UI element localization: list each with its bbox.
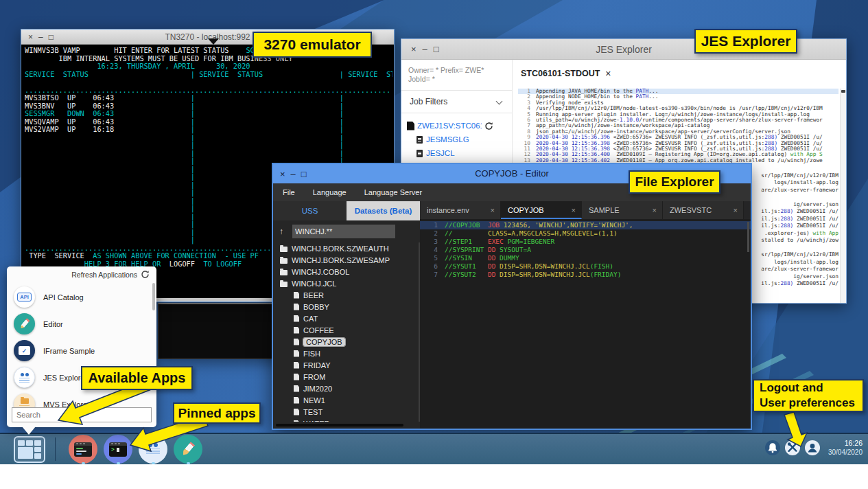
text-line: sr/lpp/IBM/cnj/v12r0/IBM <box>761 172 838 180</box>
editor-tab-instance-env[interactable]: instance.env× <box>420 201 501 219</box>
tree-folder-winchj-bork-szwesamp[interactable]: WINCHJ.BORK.SZWESAMP <box>273 254 418 266</box>
tree-label: JIM2020 <box>303 385 332 393</box>
tree-member-jim2020[interactable]: JIM2020 <box>273 383 418 394</box>
job-log-output-tail: sr/lpp/IBM/cnj/v12r0/IBMlogs/install-app… <box>761 165 838 288</box>
menu-scrollbar-thumb[interactable] <box>152 283 155 310</box>
code-editor[interactable]: 1//COPYJOB JOB 123456, 'WINCHJ',NOTIFY='… <box>420 219 751 429</box>
close-button[interactable]: × <box>411 45 417 54</box>
app-item-label: IFrame Sample <box>43 347 95 355</box>
menu-item-language-server[interactable]: Language Server <box>364 188 422 196</box>
notification-bell-icon[interactable] <box>764 440 781 456</box>
tree-horizontal-scrollbar[interactable] <box>276 424 403 427</box>
screen-menu-caret-icon[interactable] <box>208 38 219 45</box>
tree-member-water[interactable]: WATER <box>273 418 418 422</box>
job-node[interactable]: ZWEJ1SV:STC06101 <box>407 119 509 133</box>
editor-tab-copyjob[interactable]: COPYJOB× <box>501 201 582 219</box>
dataset-filter-input[interactable] <box>292 225 395 238</box>
start-button[interactable] <box>14 436 45 463</box>
tree-member-beer[interactable]: BEER <box>273 289 418 301</box>
sidebar-tab-uss[interactable]: USS <box>273 201 347 220</box>
pencil-icon <box>19 318 30 330</box>
code-scrollbar[interactable] <box>747 222 749 252</box>
menu-item-file[interactable]: File <box>283 188 295 196</box>
annotation-3270-emulator: 3270 emulator <box>253 32 372 58</box>
tree-label: WINCHJ.BORK.SZWESAMP <box>292 256 390 264</box>
tree-member-from[interactable]: FROM <box>273 371 418 383</box>
dataset-tree: WINCHJ.BORK.SZWEAUTHWINCHJ.BORK.SZWESAMP… <box>273 242 418 422</box>
app-search <box>12 407 152 422</box>
refresh-applications[interactable]: Refresh Applications <box>71 270 150 279</box>
editor-tab-zwesvstc[interactable]: ZWESVSTC× <box>663 201 744 219</box>
file-icon <box>294 420 299 422</box>
tree-folder-winchj-cobol[interactable]: WINCHJ.COBOL <box>273 266 418 277</box>
close-button[interactable]: × <box>280 170 285 179</box>
annotation-file-explorer: File Explorer <box>629 170 720 194</box>
annotation-logout-line2: User preferences <box>760 396 863 411</box>
annotation-logout: Logout and User preferences <box>753 379 864 412</box>
spool-file-jesjcl[interactable]: JESJCL <box>407 146 509 160</box>
text-line: SERVICE STATUS | SERVICE STATUS | SERVIC… <box>25 71 392 79</box>
log-scrollbar[interactable] <box>840 89 846 303</box>
tab-close-icon[interactable]: × <box>572 201 576 219</box>
sidebar-tab-datasets-beta[interactable]: Datasets (Beta) <box>347 201 420 220</box>
window-check-icon: ✓ <box>19 346 30 355</box>
editor-window: × – □ COPYJOB - Editor FileLanguageLangu… <box>272 163 752 430</box>
tab-close-icon[interactable]: × <box>653 201 657 219</box>
job-filters-dropdown[interactable]: Job Filters <box>401 90 512 113</box>
refresh-icon[interactable] <box>484 122 493 130</box>
spool-tab[interactable]: STC06101-STDOUT × <box>521 68 611 79</box>
tree-folder-winchj-bork-szweauth[interactable]: WINCHJ.BORK.SZWEAUTH <box>273 242 418 254</box>
editor-sidebar: USSDatasets (Beta) ↑ WINCHJ.BORK.SZWEAUT… <box>273 201 420 429</box>
menu-item-language[interactable]: Language <box>313 188 347 196</box>
settings-tools-icon[interactable] <box>784 440 801 456</box>
maximize-button[interactable]: □ <box>434 45 439 54</box>
tab-close-icon[interactable]: × <box>734 201 738 219</box>
refresh-applications-label: Refresh Applications <box>71 271 137 279</box>
job-name: ZWEJ1SV:STC06101 <box>417 122 482 130</box>
tree-label: WINCHJ.COBOL <box>292 268 349 276</box>
minimize-button[interactable]: – <box>423 45 427 54</box>
spool-tab-label: STC06101-STDOUT <box>521 69 600 78</box>
editor-tab-sample[interactable]: SAMPLE× <box>582 201 663 219</box>
app-launcher-menu: Refresh Applications APIAPI CatalogEdito… <box>7 266 156 427</box>
app-item-editor[interactable]: Editor <box>7 310 152 337</box>
tree-folder-winchj-jcl[interactable]: WINCHJ.JCL <box>273 277 418 289</box>
tree-member-copyjob[interactable]: COPYJOB <box>273 336 418 348</box>
tab-close-icon[interactable]: × <box>605 68 611 79</box>
spool-file-jesmsglg[interactable]: JESMSGLG <box>407 133 509 146</box>
text-line: ig/server.json <box>761 201 838 209</box>
jes-filter-summary: Owner= * Prefix= ZWE* JobId= * <box>408 66 506 84</box>
jes-title: JES Explorer <box>596 44 652 55</box>
tree-member-bobby[interactable]: BOBBY <box>273 301 418 312</box>
tree-member-coffee[interactable]: COFFEE <box>273 324 418 336</box>
folder-icon <box>280 247 288 252</box>
pinned-app-term[interactable] <box>104 435 132 464</box>
folder-icon <box>21 398 29 404</box>
up-arrow-icon[interactable]: ↑ <box>279 227 283 236</box>
scrollbar-thumb[interactable] <box>841 90 845 93</box>
tab-close-icon[interactable]: × <box>491 201 495 219</box>
annotation-pinned-apps: Pinned apps <box>173 402 261 424</box>
tree-member-cat[interactable]: CAT <box>273 312 418 324</box>
pinned-app-editor[interactable] <box>174 435 202 464</box>
search-input[interactable] <box>12 407 152 422</box>
gears-icon <box>21 373 29 376</box>
tree-member-fish[interactable]: FISH <box>273 348 418 359</box>
minimize-button[interactable]: – <box>38 33 43 41</box>
user-avatar-icon[interactable] <box>804 440 821 456</box>
tree-member-new1[interactable]: NEW1 <box>273 394 418 406</box>
pinned-app-code[interactable] <box>69 435 97 464</box>
maximize-button[interactable]: □ <box>301 170 307 179</box>
pencil-icon <box>181 442 195 457</box>
file-icon <box>294 374 299 380</box>
tree-member-friday[interactable]: FRIDAY <box>273 359 418 371</box>
app-item-api-catalog[interactable]: APIAPI Catalog <box>7 284 152 310</box>
tree-member-test[interactable]: TEST <box>273 406 418 418</box>
app-item-iframe-sample[interactable]: ✓IFrame Sample <box>7 337 152 364</box>
close-button[interactable]: × <box>28 33 33 41</box>
minimize-button[interactable]: – <box>291 170 296 179</box>
app-menu-items: APIAPI CatalogEditor✓IFrame SampleJES Ex… <box>7 284 152 418</box>
maximize-button[interactable]: □ <box>49 33 54 41</box>
refresh-icon[interactable] <box>141 270 150 279</box>
pinned-app-jes[interactable] <box>139 435 167 464</box>
